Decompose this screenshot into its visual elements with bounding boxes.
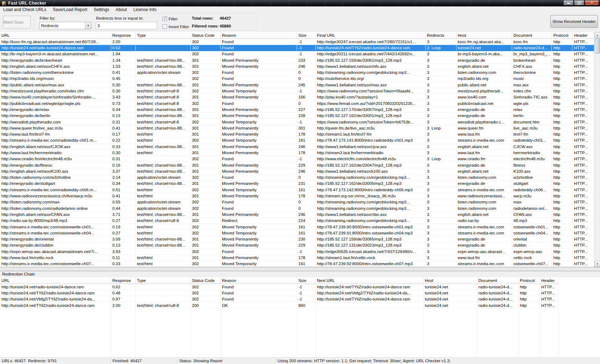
table-row[interactable]: http://english.aliant.net/asx/CJCW.asx0.… [0, 143, 597, 150]
column-header[interactable]: Size [297, 277, 315, 284]
invert-filter-checkbox[interactable] [162, 24, 167, 29]
column-header[interactable]: Host [456, 32, 512, 39]
table-row[interactable]: http://english.aliant.net/asx/CHFX.asx1.… [0, 63, 597, 69]
column-header[interactable]: Redirects [425, 32, 456, 39]
table-row[interactable]: http://public.aliant.net/asx/max.asx0.30… [0, 82, 597, 88]
table-row[interactable]: http://tunisie24.net/TYliZ/radio-tunisie… [0, 290, 558, 296]
cell: HTTP... [572, 168, 597, 174]
column-header[interactable]: Host [423, 277, 477, 284]
redirects-threshold-input[interactable] [96, 22, 157, 29]
table-row[interactable]: http://energyradio.de/oriental3.09text/h… [0, 236, 597, 242]
table-row[interactable]: http://english.aliant.net/asx/K100.asx3.… [0, 168, 597, 174]
table-row[interactable]: http://tunisie24.net/VbfgZ/TYliZ/radio-t… [0, 296, 558, 302]
column-header[interactable]: URL [0, 277, 111, 284]
column-header[interactable]: Protocol [518, 277, 540, 284]
column-header[interactable]: URL [0, 32, 111, 39]
table-row[interactable]: http://publicbroadcast.net/wgte/ppr/wgte… [0, 100, 597, 106]
table-row[interactable]: http://streams.ir-media-tec.com/radioted… [0, 137, 597, 143]
table-row[interactable]: http://www.radiosvizzeraclassica.ch/live… [0, 193, 597, 199]
cell: HTTP... [572, 100, 597, 106]
table-row[interactable]: http://streams.ir-media-tec.com/ostseewe… [0, 261, 597, 267]
column-header[interactable]: Size [297, 32, 315, 39]
cell: 2.00 [111, 39, 135, 45]
column-header[interactable]: Header [540, 277, 558, 284]
table-row[interactable]: http://streams.ir-media-tec.com/radioted… [0, 187, 597, 193]
column-header[interactable]: Type [135, 277, 190, 284]
menu-item-about[interactable]: About [112, 6, 130, 13]
scroll-up-icon[interactable]: ▲ [594, 32, 600, 38]
column-header[interactable]: Protocol [552, 32, 572, 39]
minimize-button[interactable] [563, 0, 574, 5]
table-row[interactable]: http://english.aliant.net/asx/CFAN.asx3.… [0, 211, 597, 217]
table-row[interactable]: http://streams.ir-media-tec.com/ostseewe… [0, 224, 597, 230]
table-row[interactable]: http://radio.sar.by:8000/mp3/48.mp30.27t… [0, 218, 597, 224]
table-row[interactable]: http://streams.ir-media-tec.com/ostseewe… [0, 230, 597, 236]
cell: 0.51 [111, 187, 135, 193]
table-row[interactable]: http://www.laut.fm/celtic-rock0.11text/h… [0, 254, 597, 261]
table-row[interactable]: http://energyradio.de/brokenheart1.34tex… [0, 57, 597, 63]
table-row[interactable]: http://energyradio.de/stuttgart0.34text/… [0, 181, 597, 187]
cell: 302 [190, 290, 220, 296]
cell: http [552, 224, 572, 230]
table-row[interactable]: http://energyradio.de/relax0.34text/html… [0, 106, 597, 112]
column-header[interactable]: Document [477, 277, 518, 284]
table-row[interactable]: http://www.laut.fm/tirol7-fm0.17text/htm… [0, 131, 597, 137]
column-header[interactable]: Reason [220, 277, 297, 284]
table-row[interactable]: http://tunisie24.net/radio-tunisie24-dan… [0, 45, 597, 51]
cell: ksoc-fm [512, 39, 552, 45]
cell: http [552, 94, 572, 100]
abort-scan-button[interactable]: Abort Scan [3, 16, 31, 29]
menu-item-license-info[interactable]: License Info [130, 6, 160, 13]
cell: http://queer-fm.de/live_aac.m3u [315, 125, 425, 131]
table-row[interactable]: http://mestizound.playtheradio.com/index… [0, 88, 597, 94]
table-row[interactable]: http://www.ciradio.fm/electricfm48.m3u0.… [0, 156, 597, 162]
cell: Moved Permanently [220, 254, 297, 261]
column-header[interactable]: Status Code [190, 32, 220, 39]
table-row[interactable]: http://weradiott.playtheradio.com0.31tex… [0, 119, 597, 125]
table-row[interactable]: http://br-mp3-bayern3-m.akacast.akamaist… [0, 51, 597, 57]
filter-by-dropdown[interactable]: Redirects ▼ [39, 22, 91, 29]
table-row[interactable]: http://www.queer.fm/live_aac.m3u0.41text… [0, 125, 597, 131]
column-header[interactable]: Reason [220, 32, 297, 39]
table-row[interactable]: http://mp3radio.lds.org/music0.45302Foun… [0, 76, 597, 82]
cell: 0.33 [111, 143, 135, 150]
scrollbar-thumb[interactable] [595, 39, 600, 54]
table-row[interactable]: http://energyradio.de/berlin0.13text/htm… [0, 113, 597, 119]
menu-item-save-load-report[interactable]: Save/Load Report [50, 6, 91, 13]
table-row[interactable]: http://listen.radionomy.com/w3zhotline3.… [0, 175, 597, 181]
vertical-scrollbar[interactable]: ▲ ▼ [594, 32, 600, 267]
show-received-header-button[interactable]: Show Received Header [550, 15, 598, 28]
cell: application/octet-stream [135, 205, 190, 211]
menu-item-settings[interactable]: Settings [90, 6, 112, 13]
table-row[interactable]: http://www.los40.com/player/sinforadio/S… [0, 94, 597, 100]
table-row[interactable]: http://espn-wmvp-aac.akacast.akamaistrea… [0, 248, 597, 254]
table-row[interactable]: http://www.laut.fm/herrmerktradio0.30tex… [0, 150, 597, 156]
dropdown-arrow-button[interactable]: ▼ [85, 22, 91, 29]
cell: 301 [190, 181, 220, 187]
table-row[interactable]: http://listen.radionomy.com/max-0.55appl… [0, 199, 597, 205]
maximize-button[interactable] [574, 0, 584, 5]
column-header[interactable]: Next URL [315, 277, 423, 284]
table-row[interactable]: http://listen.radionomy.com/therockmine0… [0, 69, 597, 75]
cell: http://tunisie24.net/VbfgZ/TYliZ/radio-t… [0, 296, 111, 302]
table-row[interactable]: http://ksoc-fm.ng.akacast.akamaistream.n… [0, 39, 597, 45]
column-header[interactable]: Response [111, 277, 135, 284]
column-header[interactable]: Status Code [190, 277, 220, 284]
close-button[interactable]: ✕ [585, 0, 599, 5]
filter-checkbox[interactable] [162, 16, 167, 21]
column-header[interactable]: Response [111, 32, 135, 39]
column-header[interactable]: Document [512, 32, 552, 39]
scroll-down-icon[interactable]: ▼ [594, 261, 600, 267]
menu-item-load-and-check-urls[interactable]: Load and Check URLs [0, 6, 50, 13]
cell: http://play.los40.com/?autoplay=1 [315, 94, 425, 100]
cell: Moved Permanently [220, 181, 297, 187]
column-header[interactable]: Final URL [315, 32, 425, 39]
column-header[interactable]: Type [135, 32, 190, 39]
splitter-handle[interactable] [0, 267, 600, 271]
table-row[interactable]: http://energyradio.de/fitness0.16text/ht… [0, 162, 597, 168]
column-header[interactable]: Header [572, 32, 597, 39]
table-row[interactable]: http://energyradio.de/clubbin0.13text/ht… [0, 242, 597, 248]
table-row[interactable]: http://tunisie24.net/TYliZ/radio-tunisie… [0, 302, 558, 308]
table-row[interactable]: http://tunisie24.net/radio-tunisie24-dan… [0, 284, 558, 290]
table-row[interactable]: http://listen.radionomy.com/radiodelamor… [0, 205, 597, 211]
